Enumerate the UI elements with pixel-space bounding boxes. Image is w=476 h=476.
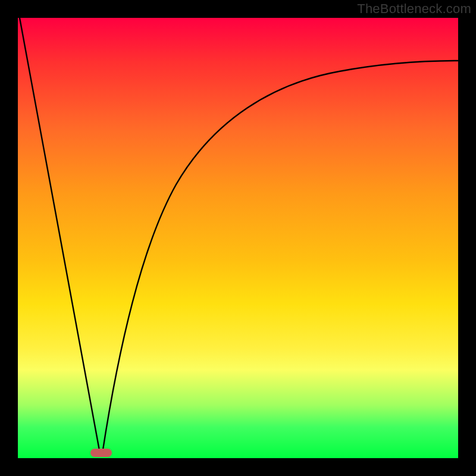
bottleneck-marker: [90, 449, 112, 457]
watermark-label: TheBottleneck.com: [357, 1, 471, 17]
bottleneck-curve: [18, 18, 458, 458]
chart-plot-area: [18, 18, 458, 458]
curve-right-branch: [102, 61, 458, 453]
chart-frame: TheBottleneck.com: [0, 0, 476, 476]
curve-left-branch: [20, 18, 100, 453]
